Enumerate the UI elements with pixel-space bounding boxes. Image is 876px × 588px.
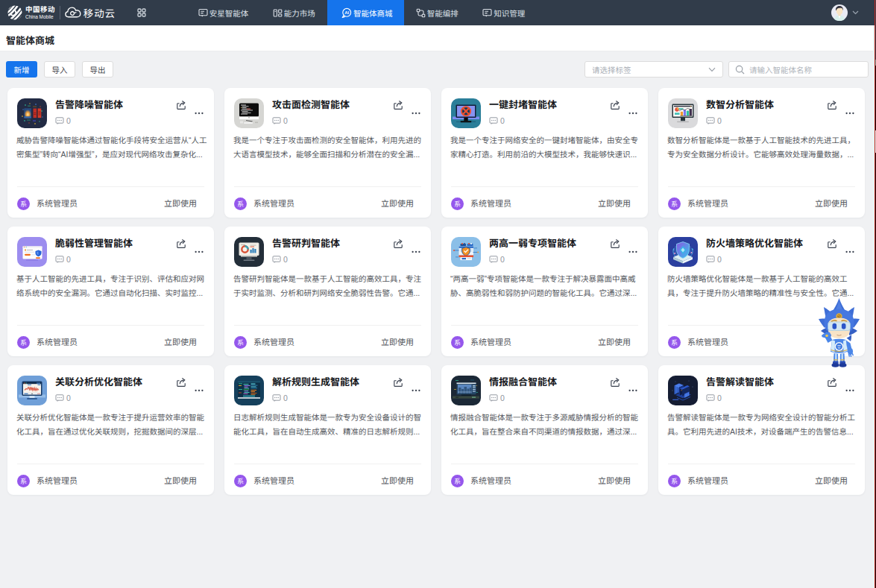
svg-text:AI: AI	[344, 10, 349, 15]
